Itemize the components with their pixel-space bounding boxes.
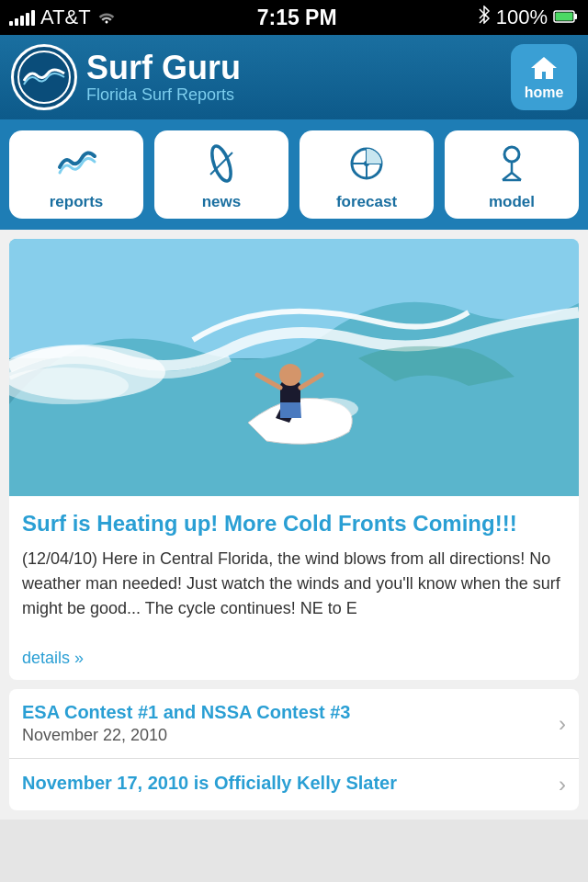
main-article-card: Surf is Heating up! More Cold Fronts Com… (9, 239, 579, 680)
nav-model-button[interactable]: model (445, 130, 579, 219)
home-button-label: home (525, 85, 564, 101)
list-item[interactable]: November 17, 2010 is Officially Kelly Sl… (9, 759, 579, 810)
article-details-link[interactable]: details » (22, 649, 84, 667)
status-bar: AT&T 7:15 PM 100% (0, 0, 588, 35)
carrier-label: AT&T (40, 6, 91, 29)
nav-forecast-label: forecast (336, 193, 397, 211)
status-right: 100% (478, 6, 579, 29)
battery-icon (553, 6, 579, 29)
news-icon (198, 140, 245, 187)
signal-bars-icon (9, 9, 35, 26)
list-item-content: November 17, 2010 is Officially Kelly Sl… (22, 773, 397, 797)
nav-reports-button[interactable]: reports (9, 130, 143, 219)
list-item-content: ESA Contest #1 and NSSA Contest #3 Novem… (22, 702, 350, 745)
svg-rect-4 (556, 13, 573, 21)
article-text: (12/04/10) Here in Central Florida, the … (22, 547, 566, 671)
article-image (9, 239, 579, 496)
status-left: AT&T (9, 6, 117, 29)
wifi-icon (96, 6, 117, 29)
list-item-date: November 22, 2010 (22, 726, 350, 745)
nav-news-button[interactable]: news (154, 130, 288, 219)
home-button[interactable]: home (511, 44, 577, 110)
forecast-icon (343, 140, 390, 187)
nav-model-label: model (489, 193, 535, 211)
logo-text: Surf Guru Florida Surf Reports (86, 50, 241, 106)
list-item-title: ESA Contest #1 and NSSA Contest #3 (22, 702, 350, 723)
chevron-right-icon: › (559, 711, 566, 737)
nav-bar: reports news forec (0, 119, 588, 230)
logo-icon (11, 44, 77, 110)
reports-icon (52, 140, 100, 187)
nav-news-label: news (202, 193, 242, 211)
app-subtitle: Florida Surf Reports (86, 85, 241, 105)
svg-rect-3 (574, 14, 577, 19)
article-title: Surf is Heating up! More Cold Fronts Com… (22, 509, 566, 537)
logo-container: Surf Guru Florida Surf Reports (11, 44, 500, 110)
article-body: Surf is Heating up! More Cold Fronts Com… (9, 496, 579, 680)
list-item[interactable]: ESA Contest #1 and NSSA Contest #3 Novem… (9, 689, 579, 759)
nav-forecast-button[interactable]: forecast (300, 130, 434, 219)
list-item-title: November 17, 2010 is Officially Kelly Sl… (22, 773, 397, 794)
svg-point-24 (279, 364, 301, 386)
bluetooth-icon (478, 6, 491, 29)
content-area: Surf is Heating up! More Cold Fronts Com… (0, 230, 588, 820)
battery-percent: 100% (496, 6, 548, 29)
svg-point-25 (303, 398, 358, 420)
model-icon (488, 140, 536, 187)
app-name: Surf Guru (86, 50, 241, 86)
chevron-right-icon: › (559, 772, 566, 797)
nav-reports-label: reports (50, 193, 104, 211)
article-list: ESA Contest #1 and NSSA Contest #3 Novem… (9, 689, 579, 810)
app-header: Surf Guru Florida Surf Reports home (0, 35, 588, 119)
article-body-text: (12/04/10) Here in Central Florida, the … (22, 549, 560, 617)
time-display: 7:15 PM (257, 6, 337, 30)
